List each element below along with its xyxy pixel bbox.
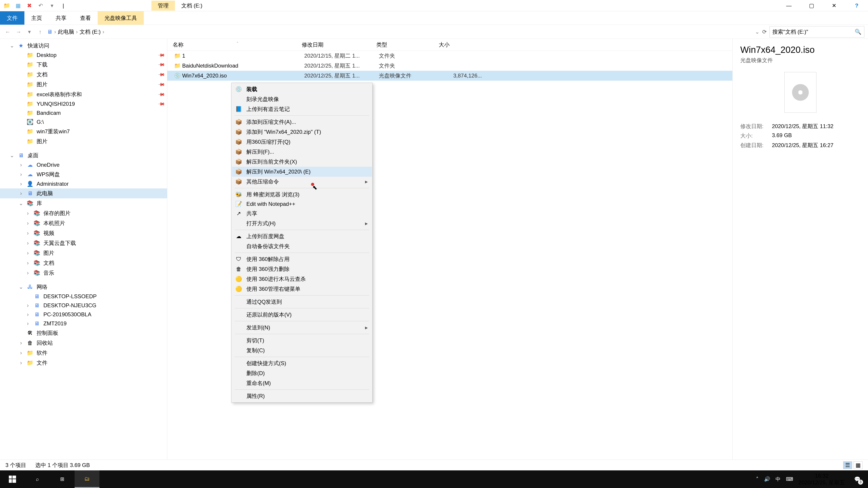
- chevron-icon[interactable]: ›: [25, 250, 30, 256]
- nav-forward-button[interactable]: →: [14, 29, 23, 35]
- tree-node[interactable]: 📁YUNQISHI2019📌: [0, 99, 167, 108]
- help-button[interactable]: ?: [845, 0, 868, 11]
- tree-node[interactable]: ›📚音乐: [0, 268, 167, 278]
- taskbar-explorer[interactable]: 🗂: [74, 470, 99, 488]
- breadcrumb-dropdown[interactable]: ⌄: [755, 29, 760, 35]
- ribbon-tab-view[interactable]: 查看: [73, 11, 98, 25]
- breadcrumb-segment[interactable]: 文档 (E:): [80, 28, 101, 35]
- tree-node[interactable]: 📁图片📌: [0, 79, 167, 90]
- tree-node[interactable]: ›👤Administrator: [0, 180, 167, 188]
- taskbar[interactable]: ⌕ ⊞ 🗂 ˄ 🔊 中 ⌨ 16:32 2020/12/25, 星期五 💬 3: [0, 470, 868, 488]
- chevron-icon[interactable]: ⌄: [19, 284, 24, 290]
- menu-item[interactable]: 打开方式(H)▸: [232, 219, 372, 228]
- chevron-icon[interactable]: ›: [19, 162, 24, 168]
- tree-node[interactable]: ⌄🖧网络: [0, 282, 167, 292]
- tray-overflow-button[interactable]: ˄: [756, 476, 758, 482]
- ribbon-tab-disc-tools[interactable]: 光盘映像工具: [98, 11, 144, 25]
- ime-icon[interactable]: ⌨: [786, 476, 793, 482]
- tree-node[interactable]: ›📁文件: [0, 358, 167, 368]
- col-type[interactable]: 类型: [376, 41, 439, 48]
- tree-node[interactable]: ›📚文档: [0, 258, 167, 268]
- menu-item[interactable]: 🟡使用 360管理右键菜单: [232, 284, 372, 294]
- tree-node[interactable]: ›📚天翼云盘下载: [0, 238, 167, 248]
- breadcrumb-segment[interactable]: 此电脑: [58, 28, 74, 35]
- start-button[interactable]: [0, 470, 25, 488]
- tree-node[interactable]: ›☁WPS网盘: [0, 169, 167, 180]
- menu-item[interactable]: 还原以前的版本(V): [232, 310, 372, 320]
- tree-node[interactable]: 📁下载📌: [0, 60, 167, 70]
- tree-node[interactable]: 📁图片: [0, 136, 167, 147]
- chevron-icon[interactable]: ›: [25, 220, 30, 226]
- chevron-icon[interactable]: ›: [25, 311, 30, 318]
- tree-node[interactable]: ›📚本机照片: [0, 218, 167, 228]
- chevron-icon[interactable]: ›: [25, 230, 30, 236]
- qa-properties-icon[interactable]: ▦: [14, 2, 22, 10]
- minimize-button[interactable]: —: [778, 0, 800, 11]
- ribbon-tab-share[interactable]: 共享: [49, 11, 73, 25]
- tree-node[interactable]: ›📚图片: [0, 248, 167, 258]
- title-context-tab[interactable]: 管理: [151, 1, 175, 11]
- menu-item[interactable]: 📘上传到有道云笔记: [232, 104, 372, 114]
- tree-node[interactable]: ›🗑回收站: [0, 338, 167, 348]
- chevron-icon[interactable]: ›: [19, 181, 24, 187]
- tree-node[interactable]: 📁excel表格制作求和📌: [0, 90, 167, 99]
- menu-item[interactable]: 剪切(T): [232, 335, 372, 346]
- chevron-icon[interactable]: ›: [25, 302, 30, 308]
- taskbar-clock[interactable]: 16:32 2020/12/25, 星期五: [799, 473, 845, 486]
- tree-node[interactable]: ›🖥ZMT2019: [0, 319, 167, 328]
- file-row[interactable]: 📁BaiduNetdiskDownload2020/12/25, 星期五 1..…: [167, 61, 733, 71]
- chevron-icon[interactable]: ⌄: [19, 200, 24, 206]
- notification-center-button[interactable]: 💬 3: [850, 473, 864, 486]
- tree-node[interactable]: 🛠控制面板: [0, 328, 167, 338]
- chevron-icon[interactable]: ⌄: [9, 42, 14, 49]
- nav-tree[interactable]: ⌄★快速访问📁Desktop📌📁下载📌📁文档📌📁图片📌📁excel表格制作求和📌…: [0, 39, 167, 459]
- menu-item[interactable]: 📦用360压缩打开(Q): [232, 137, 372, 147]
- task-view-button[interactable]: ⊞: [50, 470, 74, 488]
- tree-node[interactable]: ›🖥此电脑: [0, 188, 167, 198]
- volume-icon[interactable]: 🔊: [764, 476, 770, 482]
- file-row[interactable]: 📁12020/12/15, 星期二 1...文件夹: [167, 51, 733, 61]
- tree-node[interactable]: ⌄📚库: [0, 198, 167, 208]
- chevron-icon[interactable]: ›: [19, 360, 24, 366]
- menu-item[interactable]: 🛡使用 360解除占用: [232, 254, 372, 264]
- ribbon-tab-home[interactable]: 主页: [24, 11, 49, 25]
- menu-item[interactable]: ☁上传到百度网盘: [232, 231, 372, 241]
- menu-item[interactable]: 📦解压到(F)...: [232, 147, 372, 157]
- chevron-icon[interactable]: ›: [25, 260, 30, 266]
- context-menu[interactable]: 💿装载刻录光盘映像📘上传到有道云笔记📦添加到压缩文件(A)...📦添加到 "Wi…: [231, 83, 373, 402]
- menu-item[interactable]: 复制(C): [232, 346, 372, 355]
- nav-back-button[interactable]: ←: [4, 29, 12, 35]
- tree-node[interactable]: ›📚保存的图片: [0, 208, 167, 218]
- qa-folder-icon[interactable]: 📁: [3, 2, 11, 10]
- tree-node[interactable]: ›🖥PC-20190530OBLA: [0, 310, 167, 319]
- menu-item[interactable]: 刻录光盘映像: [232, 94, 372, 104]
- ribbon-tab-file[interactable]: 文件: [0, 11, 24, 25]
- breadcrumb[interactable]: 🖥 › 此电脑 › 文档 (E:) › ⌄: [47, 28, 760, 35]
- column-headers[interactable]: 名称 ˄ 修改日期 类型 大小: [167, 39, 733, 51]
- menu-item[interactable]: 📦其他压缩命令▸: [232, 177, 372, 187]
- tree-node[interactable]: 📁Bandicam: [0, 108, 167, 118]
- tree-node[interactable]: ⌄🖥桌面: [0, 151, 167, 160]
- view-thumbnails-button[interactable]: ▦: [854, 461, 863, 469]
- menu-item[interactable]: 通过QQ发送到: [232, 297, 372, 307]
- nav-up-button[interactable]: ↑: [36, 29, 44, 35]
- maximize-button[interactable]: ▢: [800, 0, 823, 11]
- file-row[interactable]: 💿Win7x64_2020.iso2020/12/25, 星期五 1...光盘映…: [167, 71, 733, 80]
- menu-item[interactable]: ↗共享: [232, 208, 372, 219]
- search-input[interactable]: 搜索"文档 (E:)" 🔍: [770, 26, 864, 37]
- search-button[interactable]: ⌕: [25, 470, 50, 488]
- nav-recent-dropdown[interactable]: ▾: [25, 29, 33, 35]
- menu-item[interactable]: 📦添加到压缩文件(A)...: [232, 117, 372, 127]
- tree-node[interactable]: ›☁OneDrive: [0, 160, 167, 169]
- menu-item[interactable]: 🟡使用 360进行木马云查杀: [232, 274, 372, 284]
- tree-node[interactable]: ›📁软件: [0, 348, 167, 358]
- ime-indicator[interactable]: 中: [776, 476, 780, 483]
- refresh-button[interactable]: ⟳: [762, 29, 767, 35]
- chevron-icon[interactable]: ›: [19, 340, 24, 346]
- menu-item[interactable]: 🐝用 蜂蜜浏览器 浏览(3): [232, 190, 372, 199]
- tree-node[interactable]: ›📚视频: [0, 228, 167, 238]
- menu-item[interactable]: 重命名(M): [232, 378, 372, 388]
- tree-node[interactable]: 💽G:\: [0, 118, 167, 127]
- tree-node[interactable]: ⌄★快速访问: [0, 41, 167, 51]
- tree-node[interactable]: 📁win7重装win7: [0, 127, 167, 136]
